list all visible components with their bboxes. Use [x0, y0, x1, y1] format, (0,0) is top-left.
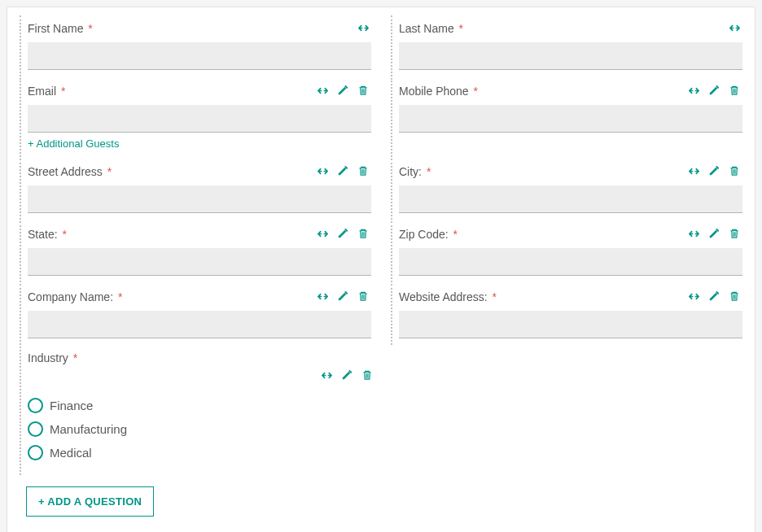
edit-icon[interactable]	[707, 164, 722, 179]
trash-icon[interactable]	[360, 368, 375, 383]
label-street-address: Street Address *	[28, 165, 112, 178]
input-mobile-phone[interactable]	[399, 105, 742, 133]
label-zip: Zip Code: *	[399, 228, 458, 241]
field-website: Website Address: *	[391, 284, 742, 345]
radio-label: Medical	[50, 446, 92, 460]
input-street-address[interactable]	[28, 185, 371, 213]
input-email[interactable]	[28, 105, 371, 133]
input-website[interactable]	[399, 311, 742, 338]
field-company: Company Name: *	[20, 284, 371, 345]
field-street-address: Street Address *	[20, 159, 371, 220]
field-mobile-phone: Mobile Phone *	[391, 78, 742, 157]
input-state[interactable]	[28, 248, 371, 276]
move-icon[interactable]	[356, 20, 371, 36]
radio-label: Manufacturing	[50, 422, 127, 436]
field-city: City: *	[391, 159, 742, 220]
label-state: State: *	[28, 228, 67, 241]
radio-icon	[28, 445, 43, 460]
edit-icon[interactable]	[707, 289, 722, 304]
trash-icon[interactable]	[727, 289, 742, 304]
trash-icon[interactable]	[727, 164, 742, 179]
field-last-name: Last Name *	[391, 15, 742, 76]
move-icon[interactable]	[315, 289, 331, 304]
edit-icon[interactable]	[335, 83, 351, 98]
industry-radio-list: Finance Manufacturing Medical	[28, 386, 375, 460]
trash-icon[interactable]	[356, 83, 371, 98]
trash-icon[interactable]	[727, 83, 742, 98]
input-last-name[interactable]	[399, 42, 742, 70]
field-zip: Zip Code: *	[391, 221, 742, 282]
move-icon[interactable]	[319, 368, 335, 383]
move-icon[interactable]	[315, 226, 331, 242]
edit-icon[interactable]	[335, 226, 351, 242]
input-company[interactable]	[28, 311, 371, 338]
radio-label: Finance	[50, 399, 93, 412]
trash-icon[interactable]	[356, 164, 371, 179]
move-icon[interactable]	[686, 164, 702, 179]
trash-icon[interactable]	[727, 226, 742, 242]
move-icon[interactable]	[315, 164, 331, 179]
edit-icon[interactable]	[335, 289, 351, 304]
input-zip[interactable]	[399, 248, 742, 276]
radio-option-medical[interactable]: Medical	[28, 445, 375, 460]
move-icon[interactable]	[686, 83, 702, 98]
radio-icon	[28, 398, 43, 413]
field-first-name: First Name *	[20, 15, 371, 76]
label-email: Email *	[28, 85, 65, 98]
label-mobile-phone: Mobile Phone *	[399, 85, 478, 98]
input-first-name[interactable]	[28, 42, 371, 70]
edit-icon[interactable]	[707, 226, 722, 242]
label-last-name: Last Name *	[399, 22, 463, 35]
field-state: State: *	[20, 221, 371, 282]
additional-guests-link[interactable]: + Additional Guests	[28, 137, 119, 150]
field-industry: Industry * Finance Manufacturing	[20, 347, 375, 475]
input-city[interactable]	[399, 185, 742, 213]
edit-icon[interactable]	[707, 83, 722, 98]
add-question-button[interactable]: + ADD A QUESTION	[26, 486, 154, 517]
label-first-name: First Name *	[28, 22, 93, 35]
radio-option-finance[interactable]: Finance	[28, 398, 375, 413]
label-website: Website Address: *	[399, 290, 497, 303]
move-icon[interactable]	[315, 83, 331, 98]
edit-icon[interactable]	[339, 368, 355, 383]
radio-icon	[28, 421, 43, 437]
trash-icon[interactable]	[356, 226, 371, 242]
label-industry: Industry *	[28, 351, 77, 364]
field-email: Email * + Additional Guests	[20, 78, 371, 157]
radio-option-manufacturing[interactable]: Manufacturing	[28, 421, 375, 437]
trash-icon[interactable]	[356, 289, 371, 304]
move-icon[interactable]	[686, 289, 702, 304]
form-builder-panel: First Name * Last Name *	[7, 7, 755, 532]
move-icon[interactable]	[686, 226, 702, 242]
label-company: Company Name: *	[28, 290, 122, 303]
label-city: City: *	[399, 165, 431, 178]
edit-icon[interactable]	[335, 164, 351, 179]
move-icon[interactable]	[727, 20, 742, 36]
